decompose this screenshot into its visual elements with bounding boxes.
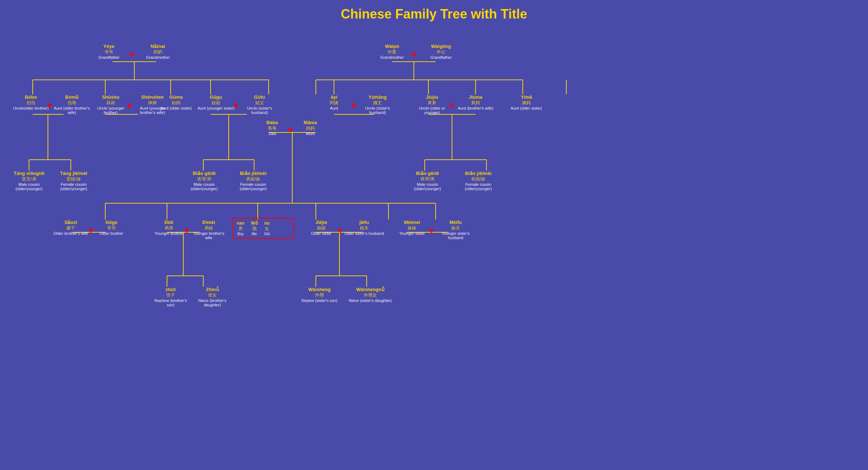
node-nainai: Nǎinai 奶奶 Grandmother: [138, 44, 178, 60]
node-me: nan 男 Boy Wǒ 我 Me nu 女 Girl: [232, 218, 294, 239]
node-mama: Māma 妈妈 Mum: [296, 120, 325, 136]
node-saozi: Sǎozi 嫂子 Older brother's wife: [53, 220, 89, 236]
heart-baba-mama: ♥: [288, 125, 293, 135]
node-shushu: Shūshu 叔叔 Uncle (younger brother): [93, 94, 129, 115]
node-meimei: Mèimei 妹妹 Younger sister: [394, 220, 430, 236]
node-jiejie: Jiějie 姐姐 Older sister: [305, 220, 338, 236]
node-biao-jiemei-left: Biǎo jiě/mèi 表姐/妹 Female cousin (older/y…: [232, 171, 274, 191]
node-yizhang: Yízhāng 姨丈 Uncle (sister's husband): [358, 94, 398, 115]
node-biao-jiemei-right: Biǎo jiě/mèi 表姐/妹 Female cousin (older/y…: [457, 171, 499, 191]
page-title: Chinese Family Tree with Title: [0, 0, 868, 25]
heart-jiujiu-jiuma: ♥: [449, 101, 454, 110]
node-waigong: Wàigōng 外公 Grandfather: [419, 44, 463, 60]
node-yima: Yímā 姨妈 Aunt (older sister): [508, 94, 545, 110]
node-tang-jiemei: Táng jiě/mèi 堂姐/妹 Female cousin (older/y…: [54, 171, 94, 191]
tree-container: Yéye 爷爷 Grandfather ♥ Nǎinai 奶奶 Grandmot…: [0, 22, 868, 470]
node-waipo: Wàipó 外婆 Grandmother: [370, 44, 414, 60]
heart-bobo-bomu: ♥: [47, 101, 52, 110]
node-jiujiu: Jiùjiu 舅舅 Uncle (older or younger): [414, 94, 450, 115]
node-tang-xiongdi: Táng xiōng/dì 堂兄/弟 Male cousin (older/yo…: [9, 171, 49, 191]
tree-lines: [0, 22, 868, 470]
node-zhinu: Zhínǚ 侄女 Niece (brother's daughter): [192, 287, 232, 307]
heart-yeye-nainai: ♥: [129, 50, 134, 60]
heart-saozi-gege: ♥: [89, 226, 93, 236]
node-bobo: Bóbo 伯伯 Uncle(older brother): [13, 94, 49, 110]
node-didi: Dìdi 弟弟 Younger brother: [152, 220, 185, 236]
node-meifu: Mèifu 妹夫 Younger sister's husband: [436, 220, 476, 240]
heart-didi-dimei: ♥: [184, 226, 189, 236]
me-box: nan 男 Boy Wǒ 我 Me nu 女 Girl: [232, 218, 294, 239]
node-ayi: āyí 阿姨 Aunt: [316, 94, 352, 110]
node-jiefu: jiěfu 姐夫 Older sister's husband: [344, 220, 384, 236]
node-waisheng: Wàisheng 外甥 Nepew (sister's son): [299, 287, 339, 303]
heart-shushu-shenshen: ♥: [127, 101, 132, 110]
heart-meimei-meifu: ♥: [429, 226, 434, 236]
node-gufu: Gūfu 姑父 Uncle (sister's husband): [240, 94, 280, 115]
node-yeye: Yéye 爷爷 Grandfather: [87, 44, 131, 60]
node-biao-gedi-left: Biǎo gē/dì 表哥/弟 Male cousin (older/young…: [183, 171, 225, 191]
node-dimei: Dìmèi 弟妹 Younger brother's wife: [191, 220, 227, 240]
node-jiuma: Jiùma 舅妈 Aunt (brother's wife): [456, 94, 496, 110]
node-biao-gedi-right: Biǎo gē/dì 表哥/弟 Male cousin (older/young…: [407, 171, 448, 191]
node-baba: Bàba 爸爸 Dad: [258, 120, 287, 136]
heart-ayi-yizhang: ♥: [351, 101, 356, 110]
heart-waipo-waigong: ♥: [411, 50, 416, 60]
node-gugu: Gūgu 姑姑 Aunt (younger sister): [196, 94, 236, 110]
node-bomu: Bómǔ 伯母 Aunt (older brother's wife): [54, 94, 90, 115]
node-zhizi: zhízi 侄子 Nephew (brother's son): [151, 287, 191, 307]
node-waishengnv: Wàishengnǚ 外甥女 Niece (sister's daughter): [349, 287, 392, 303]
node-guma: Gūma 姑妈 Aunt (older sister): [158, 94, 194, 110]
node-gege: Gēge 哥哥 Older brother: [95, 220, 128, 236]
heart-gugu-gufu: ♥: [233, 101, 238, 110]
heart-jiejie-jiefu: ♥: [338, 226, 342, 236]
